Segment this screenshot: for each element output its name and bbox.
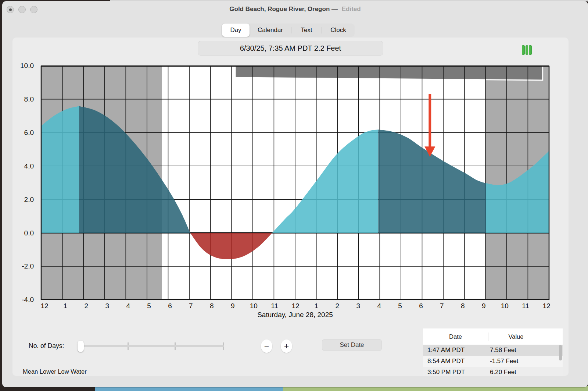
x-axis-tick-label: 6 — [168, 302, 172, 310]
y-axis-tick-label: 6.0 — [24, 129, 34, 136]
chart-date-caption: Saturday, June 28, 2025 — [41, 311, 549, 319]
x-axis-tick-label: 1 — [64, 302, 68, 310]
y-axis-tick-label: -4.0 — [22, 296, 34, 303]
x-axis-tick-label: 5 — [147, 302, 151, 310]
slider-knob[interactable] — [78, 341, 84, 352]
days-slider-label: No. of Days: — [29, 342, 64, 350]
tide-area-flood — [41, 106, 79, 233]
x-axis-tick-label: 8 — [210, 302, 214, 310]
header-separator — [488, 333, 488, 341]
x-axis-tick-label: 12 — [291, 302, 299, 310]
tide-time: 8:54 AM PDT — [423, 358, 490, 365]
datum-label: Mean Lower Low Water — [23, 368, 87, 375]
slider-track[interactable] — [80, 345, 224, 347]
tide-value: 6.20 Feet — [490, 369, 516, 376]
x-axis-tick-label: 11 — [271, 302, 278, 310]
table-header: Date Value — [423, 328, 563, 345]
tide-value: -1.57 Feet — [490, 358, 519, 365]
column-header-value[interactable]: Value — [488, 333, 544, 340]
set-date-button[interactable]: Set Date — [322, 339, 382, 351]
screen: Gold Beach, Rogue River, Oregon — Edited… — [0, 0, 588, 391]
column-header-date[interactable]: Date — [423, 333, 488, 340]
y-axis-tick-label: -2.0 — [22, 262, 34, 270]
y-axis-tick-label: 0.0 — [24, 229, 34, 237]
table-row[interactable]: 3:50 PM PDT 6.20 Feet — [423, 367, 563, 376]
x-axis-tick-label: 3 — [356, 302, 361, 310]
decrement-day-button[interactable]: − — [261, 340, 272, 353]
x-axis-tick-label: 12 — [40, 302, 48, 310]
x-axis-tick-label: 1 — [315, 302, 319, 310]
table-row[interactable]: 8:54 AM PDT -1.57 Feet — [423, 356, 563, 367]
table-row[interactable]: 1:47 AM PDT 7.58 Feet — [423, 345, 563, 356]
y-axis-tick-label: 8.0 — [24, 95, 34, 103]
x-axis-tick-label: 6 — [419, 302, 423, 310]
x-axis-tick-label: 8 — [461, 302, 465, 310]
x-axis-tick-label: 10 — [250, 302, 258, 310]
increment-day-button[interactable]: + — [281, 340, 292, 353]
x-axis-tick-label: 4 — [377, 302, 381, 310]
x-axis-tick-label: 12 — [542, 302, 550, 310]
y-axis-tick-label: 2.0 — [24, 196, 34, 203]
x-axis-tick-label: 11 — [522, 302, 529, 310]
x-axis-tick-label: 10 — [501, 302, 509, 310]
x-axis-tick-label: 9 — [482, 302, 486, 310]
x-axis-tick-label: 5 — [398, 302, 402, 310]
x-axis-tick-label: 2 — [336, 302, 340, 310]
y-axis-tick-label: 10.0 — [20, 62, 34, 70]
x-axis-tick-label: 7 — [189, 302, 193, 310]
tide-time: 1:47 AM PDT — [423, 346, 490, 354]
table-scrollbar[interactable] — [559, 345, 562, 360]
x-axis-tick-label: 3 — [105, 302, 110, 310]
header-separator — [544, 333, 544, 341]
tide-extremes-table: Date Value 1:47 AM PDT 7.58 Feet 8:54 AM… — [423, 328, 563, 376]
x-axis-tick-label: 2 — [85, 302, 89, 310]
y-axis-tick-label: 4.0 — [24, 162, 34, 170]
x-axis-tick-label: 7 — [440, 302, 444, 310]
tide-value: 7.58 Feet — [490, 346, 516, 354]
x-axis-tick-label: 4 — [126, 302, 130, 310]
x-axis-tick-label: 9 — [231, 302, 235, 310]
days-slider — [80, 341, 226, 352]
tide-time: 3:50 PM PDT — [423, 369, 490, 376]
